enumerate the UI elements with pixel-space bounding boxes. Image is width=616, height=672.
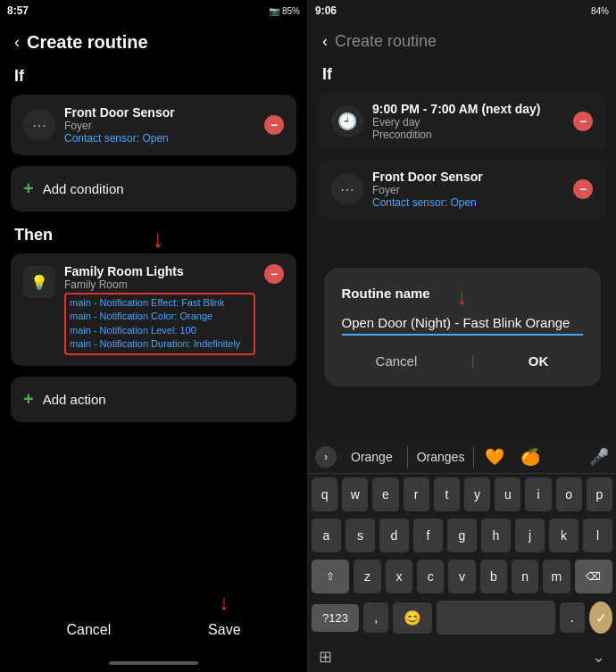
right-routine-name-input[interactable] (342, 311, 583, 336)
left-action-remove-button[interactable]: − (264, 264, 284, 284)
right-key-w[interactable]: w (342, 477, 368, 511)
left-condition-card[interactable]: ⋯ Front Door Sensor Foyer Contact sensor… (11, 95, 296, 155)
right-key-a[interactable]: a (312, 519, 341, 552)
right-status-icons: 84% (591, 6, 609, 16)
right-time-remove-button[interactable]: − (573, 112, 593, 131)
left-action-card[interactable]: 💡 Family Room Lights Family Room main - … (11, 253, 296, 366)
left-notif-detail-1: main - Notification Effect: Fast Blink (70, 296, 250, 310)
right-key-m[interactable]: m (543, 560, 570, 593)
right-key-s[interactable]: s (345, 519, 375, 552)
left-status-icons: 📷 85% (269, 6, 300, 16)
left-condition-remove-button[interactable]: − (264, 115, 284, 135)
right-panel: 9:06 84% ‹ Create routine If 🕘 9:00 PM -… (308, 0, 616, 672)
left-sensor-title: Front Door Sensor (64, 105, 255, 120)
right-key-enter[interactable]: ✓ (589, 601, 612, 634)
right-time-range: 9:00 PM - 7:00 AM (next day) (372, 102, 564, 116)
right-key-delete[interactable]: ⌫ (575, 560, 612, 593)
right-key-f[interactable]: f (413, 519, 443, 552)
left-condition-content: Front Door Sensor Foyer Contact sensor: … (64, 105, 255, 145)
right-key-d[interactable]: d (379, 519, 409, 552)
left-battery: 85% (282, 6, 300, 16)
right-key-e[interactable]: e (372, 477, 398, 511)
right-kb-bottom-bar: ⊞ ⌄ (308, 643, 616, 672)
left-camera-icon: 📷 (269, 6, 279, 16)
left-save-wrapper: ↓ Save (190, 622, 258, 638)
left-sensor-detail: Contact sensor: Open (64, 132, 255, 145)
right-key-z[interactable]: z (354, 560, 380, 593)
left-notif-detail-2: main - Notification Color: Orange (70, 310, 250, 323)
right-sensor-title: Front Door Sensor (372, 170, 564, 184)
right-key-h[interactable]: h (481, 519, 511, 552)
right-dialog-actions: Cancel | OK (342, 350, 583, 372)
right-time-recurrence: Every day (372, 116, 564, 129)
left-arrow-indicator: ↓ (152, 225, 164, 253)
right-time-content: 9:00 PM - 7:00 AM (next day) Every day P… (372, 102, 564, 141)
right-time-card[interactable]: 🕘 9:00 PM - 7:00 AM (next day) Every day… (319, 93, 605, 150)
right-key-y[interactable]: y (464, 477, 490, 511)
right-sensor-subtitle: Foyer (372, 184, 564, 196)
right-key-o[interactable]: o (556, 477, 582, 511)
right-key-q[interactable]: q (312, 477, 337, 511)
right-header: ‹ Create routine (308, 21, 616, 58)
right-input-wrapper: ↓ (342, 311, 583, 336)
right-key-c[interactable]: c (417, 560, 444, 593)
right-if-label: If (308, 58, 616, 89)
right-status-bar: 9:06 84% (308, 0, 616, 21)
right-key-n[interactable]: n (512, 560, 538, 593)
right-key-t[interactable]: t (434, 477, 460, 511)
right-key-b[interactable]: b (480, 560, 507, 593)
right-key-period[interactable]: . (560, 602, 585, 633)
right-key-num[interactable]: ?123 (312, 604, 359, 632)
right-key-emoji[interactable]: 😊 (393, 602, 432, 634)
right-key-space[interactable] (437, 601, 554, 635)
left-notif-detail-3: main - Notification Level: 100 (70, 324, 250, 337)
right-key-v[interactable]: v (448, 560, 475, 593)
right-key-shift[interactable]: ⇧ (312, 560, 349, 593)
left-home-indicator (109, 661, 198, 665)
left-back-button[interactable]: ‹ (14, 33, 20, 52)
left-page-title: Create routine (27, 32, 148, 53)
right-dialog-arrow: ↓ (457, 285, 468, 310)
left-save-button[interactable]: Save (190, 615, 258, 644)
right-clock-icon: 🕘 (331, 105, 363, 137)
right-dialog-divider: | (471, 353, 475, 369)
right-key-r[interactable]: r (404, 477, 429, 511)
right-key-comma[interactable]: , (363, 602, 388, 633)
right-key-l[interactable]: l (583, 519, 612, 552)
left-header: ‹ Create routine (0, 21, 307, 60)
right-key-p[interactable]: p (587, 477, 612, 511)
left-add-condition-label: Add condition (43, 181, 124, 196)
left-add-action-button[interactable]: + Add action (11, 377, 296, 422)
left-save-arrow: ↓ (219, 590, 229, 615)
left-notif-detail-4: main - Notification Duration: Indefinite… (70, 337, 250, 351)
right-key-k[interactable]: k (549, 519, 579, 552)
right-dialog-overlay: Routine name ↓ Cancel | OK (308, 196, 616, 458)
left-time: 8:57 (7, 4, 29, 17)
right-kb-row-2: a s d f g h j k l (308, 515, 616, 556)
right-keyboard: › Orange Oranges 🧡 🍊 🎤 q w e r t y u i o… (308, 441, 616, 672)
left-add-condition-plus-icon: + (23, 178, 34, 199)
right-key-j[interactable]: j (515, 519, 545, 552)
left-add-action-label: Add action (43, 392, 106, 407)
right-kb-grid-icon[interactable]: ⊞ (319, 647, 332, 667)
right-back-button[interactable]: ‹ (322, 32, 328, 51)
right-kb-row-1: q w e r t y u i o p (308, 474, 616, 515)
left-lights-icon: 💡 (23, 266, 55, 298)
right-dialog-cancel-button[interactable]: Cancel (362, 350, 432, 372)
right-page-title: Create routine (335, 32, 437, 51)
right-dialog-ok-button[interactable]: OK (514, 350, 563, 372)
right-key-i[interactable]: i (525, 477, 551, 511)
left-action-title: Family Room Lights (64, 264, 255, 278)
right-kb-row-4: ?123 , 😊 . ✓ (308, 597, 616, 643)
left-add-condition-button[interactable]: + Add condition (11, 166, 296, 212)
right-key-u[interactable]: u (495, 477, 520, 511)
left-sensor-icon: ⋯ (23, 109, 55, 141)
right-key-g[interactable]: g (447, 519, 477, 552)
right-kb-row-3: ⇧ z x c v b n m ⌫ (308, 556, 616, 597)
left-cancel-button[interactable]: Cancel (48, 615, 129, 645)
right-time-type: Precondition (372, 129, 564, 141)
right-kb-hide-icon[interactable]: ⌄ (592, 647, 605, 667)
left-status-bar: 8:57 📷 85% (0, 0, 307, 21)
left-action-subtitle: Family Room (64, 278, 255, 291)
right-key-x[interactable]: x (386, 560, 412, 593)
